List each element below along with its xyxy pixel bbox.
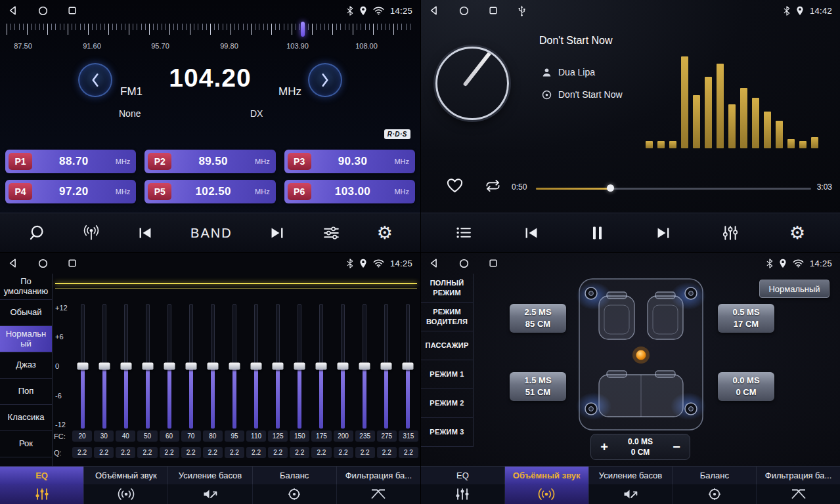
slider-handle[interactable]	[121, 363, 132, 370]
scan-button[interactable]	[28, 224, 45, 242]
eq-band-slider-275[interactable]	[375, 304, 397, 429]
home-button[interactable]	[38, 6, 48, 16]
tab-bass-boost[interactable]: Усиление басов	[589, 467, 673, 484]
repeat-button[interactable]	[484, 178, 502, 193]
back-button[interactable]	[429, 5, 439, 16]
next-station-button[interactable]	[269, 226, 286, 240]
recents-button[interactable]	[68, 259, 77, 268]
pause-button[interactable]	[591, 225, 604, 241]
eq-band-slider-175[interactable]	[310, 304, 332, 429]
playlist-button[interactable]	[456, 226, 472, 239]
settings-button[interactable]: ⚙	[789, 224, 805, 242]
filter-icon[interactable]	[757, 484, 840, 504]
filter-icon[interactable]	[337, 484, 420, 504]
delay-increase-button[interactable]: +	[591, 440, 617, 453]
slider-handle[interactable]	[250, 363, 261, 370]
tab-surround-sound[interactable]: Объёмный звук	[84, 467, 168, 484]
frequency-scale[interactable]: 87.5091.6095.7099.80103.90108.00	[7, 22, 414, 54]
recents-button[interactable]	[68, 6, 77, 15]
eq-band-slider-30[interactable]	[94, 304, 116, 429]
eq-band-slider-235[interactable]	[353, 304, 375, 429]
preset-P5[interactable]: P5102.50MHz	[144, 180, 275, 203]
eq-band-slider-150[interactable]	[288, 304, 310, 429]
favorite-button[interactable]	[446, 177, 464, 194]
eq-band-slider-315[interactable]	[397, 304, 418, 429]
slider-handle[interactable]	[272, 363, 283, 370]
eq-band-slider-110[interactable]	[246, 304, 267, 429]
eq-icon[interactable]	[0, 484, 84, 504]
eq-band-slider-80[interactable]	[202, 304, 224, 429]
progress-slider[interactable]	[536, 184, 811, 193]
slider-handle[interactable]	[337, 363, 348, 370]
mode-item-4[interactable]: РЕЖИМ 1	[421, 360, 473, 389]
equalizer-button[interactable]	[722, 225, 738, 241]
back-button[interactable]	[8, 258, 18, 268]
eq-band-slider-200[interactable]	[332, 304, 353, 429]
sound-preset-badge[interactable]: Нормальный	[759, 280, 829, 298]
tune-up-button[interactable]	[308, 63, 342, 97]
back-button[interactable]	[8, 5, 18, 16]
recents-button[interactable]	[489, 6, 498, 15]
equalizer-button[interactable]	[322, 226, 340, 240]
slider-handle[interactable]	[77, 363, 89, 370]
eq-band-slider-95[interactable]	[224, 304, 246, 429]
eq-band-slider-125[interactable]	[267, 304, 288, 429]
seat-diagram[interactable]	[575, 276, 707, 434]
balance-icon[interactable]	[673, 484, 757, 504]
slider-handle[interactable]	[402, 363, 413, 370]
tab-balance[interactable]: Баланс	[673, 467, 757, 484]
surround-sound-icon[interactable]	[84, 484, 168, 504]
back-button[interactable]	[429, 258, 439, 268]
delay-rear-left[interactable]: 1.5 MS 51 CM	[510, 372, 566, 401]
broadcast-button[interactable]	[82, 224, 100, 242]
slider-handle[interactable]	[315, 363, 326, 370]
delay-front-right[interactable]: 0.5 MS 17 CM	[718, 304, 774, 333]
slider-handle[interactable]	[380, 363, 391, 370]
next-track-button[interactable]	[655, 226, 672, 240]
mode-item-3[interactable]: ПАССАЖИР	[421, 331, 473, 360]
delay-front-left[interactable]: 2.5 MS 85 CM	[510, 304, 566, 333]
tab-bass-boost[interactable]: Усиление басов	[168, 467, 252, 484]
home-button[interactable]	[459, 259, 469, 268]
balance-icon[interactable]	[253, 484, 337, 504]
preset-P4[interactable]: P497.20MHz	[5, 180, 136, 203]
eq-band-slider-70[interactable]	[181, 304, 202, 429]
eq-preset-item-3[interactable]: Нормальный	[0, 326, 52, 352]
slider-handle[interactable]	[143, 363, 154, 370]
tab-filter[interactable]: Фильтрация ба...	[337, 467, 420, 484]
mode-item-5[interactable]: РЕЖИМ 2	[421, 389, 473, 418]
tab-balance[interactable]: Баланс	[253, 467, 337, 484]
preset-P6[interactable]: P6103.00MHz	[284, 180, 415, 203]
eq-preset-item-6[interactable]: Классика	[0, 405, 52, 431]
bass-boost-icon[interactable]	[168, 484, 252, 504]
slider-handle[interactable]	[229, 363, 240, 370]
slider-handle[interactable]	[99, 363, 110, 370]
tab-filter[interactable]: Фильтрация ба...	[757, 467, 840, 484]
mode-item-6[interactable]: РЕЖИМ 3	[421, 418, 473, 447]
mode-item-2[interactable]: РЕЖИМ ВОДИТЕЛЯ	[421, 303, 473, 331]
eq-preset-item-1[interactable]: По умолчанию	[0, 274, 52, 300]
progress-thumb[interactable]	[607, 184, 614, 192]
mode-item-1[interactable]: ПОЛНЫЙ РЕЖИМ	[421, 274, 473, 303]
tune-down-button[interactable]	[78, 63, 112, 97]
recents-button[interactable]	[489, 259, 498, 268]
previous-track-button[interactable]	[523, 226, 540, 240]
tab-eq[interactable]: EQ	[421, 467, 505, 484]
eq-band-slider-50[interactable]	[137, 304, 159, 429]
eq-preset-item-2[interactable]: Обычай	[0, 300, 52, 326]
bass-boost-icon[interactable]	[589, 484, 673, 504]
slider-handle[interactable]	[164, 363, 175, 370]
preset-P3[interactable]: P390.30MHz	[284, 150, 415, 173]
eq-preset-item-5[interactable]: Поп	[0, 379, 52, 405]
delay-rear-right[interactable]: 0.0 MS 0 CM	[718, 372, 774, 401]
home-button[interactable]	[459, 6, 469, 16]
slider-handle[interactable]	[208, 363, 219, 370]
band-button[interactable]: BAND	[190, 226, 232, 240]
preset-P2[interactable]: P289.50MHz	[144, 150, 275, 173]
tab-surround-sound[interactable]: Объёмный звук	[505, 467, 589, 484]
slider-handle[interactable]	[359, 363, 370, 370]
settings-button[interactable]: ⚙	[377, 224, 393, 242]
slider-handle[interactable]	[186, 363, 197, 370]
eq-band-slider-40[interactable]	[116, 304, 137, 429]
eq-preset-item-7[interactable]: Рок	[0, 431, 52, 457]
